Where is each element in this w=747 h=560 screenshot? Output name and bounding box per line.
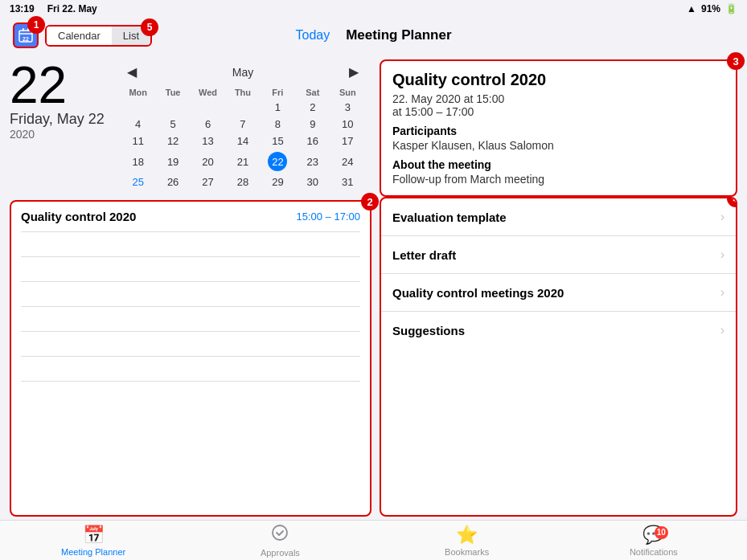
svg-text:22: 22 [23,36,29,42]
doc-item-label-letter: Letter draft [392,248,456,262]
calendar-day[interactable]: 18 [121,149,155,174]
right-section: 3 Quality control 2020 22. May 2020 at 1… [380,59,737,517]
participants-label: Participants [392,125,724,137]
event-list-time: 15:00 – 17:00 [296,211,360,223]
battery-icon: 🔋 [725,3,737,14]
bookmarks-icon: ⭐ [456,525,478,546]
event-list-box: 2 Quality control 2020 15:00 – 17:00 [10,200,371,517]
calendar-day[interactable]: 8 [261,116,295,133]
status-date: Fri 22. May [47,3,97,14]
event-detail-badge: 3 [727,52,745,70]
calendar-view-btn[interactable]: Calendar [47,27,112,45]
calendar-nav: ◀ May ▶ [121,63,365,81]
weekday-fri: Fri [261,86,295,99]
calendar-day [191,99,225,116]
wifi-icon: ▲ [687,3,696,14]
weekday-sat: Sat [295,86,330,99]
tab-approvals-label: Approvals [261,548,300,558]
calendar-day[interactable]: 26 [155,174,190,190]
view-toggle[interactable]: Calendar List [45,25,152,47]
calendar-day[interactable]: 16 [295,133,330,149]
weekday-mon: Mon [121,86,155,99]
notifications-badge: 10 [655,526,668,539]
calendar-day[interactable]: 30 [295,174,330,190]
about-value: Follow-up from March meeting [392,173,724,186]
today-button[interactable]: Today [295,28,330,43]
calendar-day [225,99,260,116]
tab-meeting-planner[interactable]: 📅 Meeting Planner [0,525,187,557]
calendar-day[interactable]: 27 [191,174,225,190]
calendar-day[interactable]: 13 [191,133,225,149]
doc-item-label-eval: Evaluation template [392,211,507,224]
date-weekday: Friday, May 22 [10,111,106,128]
doc-item-qcm[interactable]: Quality control meetings 2020 › [381,274,736,312]
calendar-day[interactable]: 5 [155,116,190,133]
calendar-day[interactable]: 14 [225,133,260,149]
seg-control-badge: 5 [141,18,158,36]
event-date-time: 22. May 2020 at 15:00 [392,92,724,105]
event-detail-box: 3 Quality control 2020 22. May 2020 at 1… [380,59,737,197]
doc-chevron-letter: › [720,247,724,262]
left-section: 22 Friday, May 22 2020 ◀ May ▶ Mon Tue [10,59,371,517]
prev-month-button[interactable]: ◀ [121,63,143,81]
event-list-header: Quality control 2020 15:00 – 17:00 [21,210,360,223]
calendar-day [155,99,190,116]
header-title: Meeting Planner [346,27,451,43]
status-bar: 13:19 Fri 22. May ▲ 91% 🔋 [0,0,747,18]
calendar-day[interactable]: 4 [121,116,155,133]
calendar-day[interactable]: 25 [121,174,155,190]
calendar-day[interactable]: 11 [121,133,155,149]
meeting-planner-icon: 📅 [83,525,105,546]
calendar-day[interactable]: 9 [295,116,330,133]
calendar-day[interactable]: 19 [155,149,190,174]
battery-level: 91% [701,3,720,14]
event-time-range: at 15:00 – 17:00 [392,105,724,118]
weekday-sun: Sun [330,86,365,99]
left-top: 22 Friday, May 22 2020 ◀ May ▶ Mon Tue [10,59,371,194]
content-area: 22 Friday, May 22 2020 ◀ May ▶ Mon Tue [0,53,747,520]
calendar-day[interactable]: 3 [330,99,365,116]
tab-notifications[interactable]: 10 💬 Notifications [560,525,747,557]
calendar-day[interactable]: 23 [295,149,330,174]
calendar-day[interactable]: 1 [261,99,295,116]
doc-chevron-eval: › [720,210,724,224]
doc-item-label-suggestions: Suggestions [392,324,465,337]
date-year: 2020 [10,128,106,141]
calendar-icon-badge: 1 [27,16,45,34]
calendar-day[interactable]: 2 [295,99,330,116]
calendar-day[interactable]: 31 [330,174,365,190]
next-month-button[interactable]: ▶ [343,63,365,81]
calendar-day[interactable]: 10 [330,116,365,133]
calendar-day[interactable]: 28 [225,174,260,190]
doc-item-letter[interactable]: Letter draft › [381,236,736,274]
documents-box: 4 Evaluation template › Letter draft › Q… [380,197,737,517]
calendar-day[interactable]: 21 [225,149,260,174]
tab-bookmarks[interactable]: ⭐ Bookmarks [374,525,560,557]
event-title: Quality control 2020 [392,71,724,89]
weekday-wed: Wed [191,86,225,99]
weekday-tue: Tue [155,86,190,99]
svg-point-5 [273,525,287,540]
calendar-day[interactable]: 24 [330,149,365,174]
tab-bookmarks-label: Bookmarks [445,547,489,557]
calendar-day[interactable]: 12 [155,133,190,149]
calendar-day[interactable]: 20 [191,149,225,174]
tab-notifications-label: Notifications [630,547,678,557]
tab-meeting-planner-label: Meeting Planner [61,547,125,557]
event-list-badge: 2 [361,193,379,211]
calendar-day[interactable]: 17 [330,133,365,149]
header: 22 1 Calendar List 5 Today Meeting Plann… [0,18,747,53]
mini-calendar: ◀ May ▶ Mon Tue Wed Thu Fri Sat Sun [114,59,371,194]
calendar-day[interactable]: 15 [261,133,295,149]
calendar-day[interactable]: 6 [191,116,225,133]
doc-item-suggestions[interactable]: Suggestions › [381,312,736,349]
calendar-day[interactable]: 29 [261,174,295,190]
about-label: About the meeting [392,158,724,171]
calendar-day[interactable]: 22 [261,149,295,174]
participants-value: Kasper Klausen, Klaus Salomon [392,139,724,152]
calendar-day [121,99,155,116]
tab-approvals[interactable]: Approvals [187,524,373,558]
doc-chevron-qcm: › [720,285,724,300]
doc-item-eval[interactable]: Evaluation template › [381,198,736,236]
calendar-day[interactable]: 7 [225,116,260,133]
